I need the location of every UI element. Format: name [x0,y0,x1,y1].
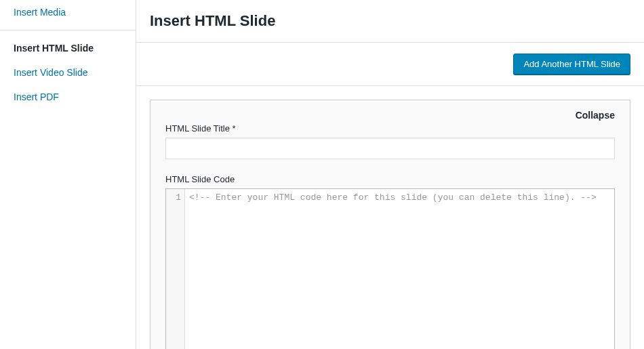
header: Insert HTML Slide [136,0,644,43]
add-another-html-slide-button[interactable]: Add Another HTML Slide [513,54,630,75]
content-scroll-area[interactable]: Collapse HTML Slide Title * HTML Slide C… [136,86,644,349]
html-slide-code-editor[interactable]: 1 <!-- Enter your HTML code here for thi… [165,188,615,349]
sidebar-item-insert-pdf[interactable]: Insert PDF [0,85,136,109]
main-content: Insert HTML Slide Add Another HTML Slide… [136,0,644,349]
sidebar-item-insert-html-slide[interactable]: Insert HTML Slide [0,36,136,60]
line-number: 1 [166,191,181,205]
sidebar: Insert Media Insert HTML Slide Insert Vi… [0,0,136,349]
toolbar: Add Another HTML Slide [136,43,644,86]
sidebar-item-insert-media[interactable]: Insert Media [0,0,136,24]
code-editor-gutter: 1 [166,189,185,349]
code-editor-textarea[interactable]: <!-- Enter your HTML code here for this … [185,189,614,349]
html-slide-title-label: HTML Slide Title * [165,123,615,134]
html-slide-code-label: HTML Slide Code [165,174,615,184]
html-slide-title-input[interactable] [165,138,615,159]
page-title: Insert HTML Slide [150,12,630,30]
html-slide-panel: Collapse HTML Slide Title * HTML Slide C… [150,100,630,349]
sidebar-item-insert-video-slide[interactable]: Insert Video Slide [0,60,136,85]
collapse-button[interactable]: Collapse [576,110,615,121]
